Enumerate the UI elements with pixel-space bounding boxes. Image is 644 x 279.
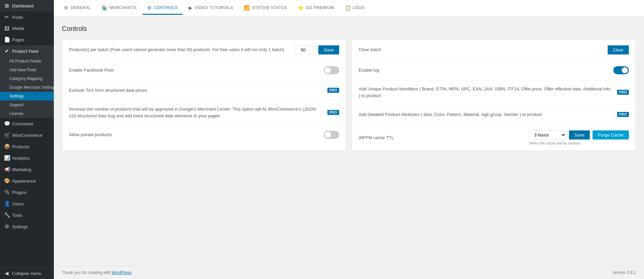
license-label: License <box>9 111 23 116</box>
private-products-slider <box>324 131 339 139</box>
tab-general-label: GENERAL <box>71 5 91 10</box>
sidebar-item-plugins[interactable]: 🔌 Plugins <box>0 187 54 198</box>
sidebar-item-users[interactable]: 👤 Users <box>0 198 54 209</box>
increase-products-pro-badge: PRO <box>327 110 339 115</box>
collapse-icon: ◀ <box>4 270 9 276</box>
cache-ttl-select[interactable]: 1 hour 2 hours 3 hours 6 hours 12 hours … <box>529 130 566 140</box>
enable-log-toggle[interactable] <box>613 66 629 74</box>
footer-text: Thank you for creating with WordPress. <box>62 270 133 275</box>
tab-video-tutorials[interactable]: ▶ VIDEO TUTORIALS <box>184 2 238 15</box>
tools-icon: 🔧 <box>4 212 9 218</box>
wordpress-link[interactable]: WordPress <box>111 270 131 275</box>
sidebar-item-appearance[interactable]: 🎨 Appearance <box>0 175 54 187</box>
tab-general[interactable]: ⚙ GENERAL <box>59 2 96 15</box>
unique-identifiers-actions: PRO <box>617 90 629 95</box>
cache-row-actions: 1 hour 2 hours 3 hours 6 hours 12 hours … <box>529 130 629 140</box>
clear-batch-text: Clear batch <box>359 46 608 53</box>
sidebar-item-all-feeds[interactable]: All Product Feeds <box>0 57 54 66</box>
media-icon: 🖼 <box>4 26 9 31</box>
sidebar-item-google-merchant[interactable]: Google Merchant Settings <box>0 83 54 92</box>
footer: Thank you for creating with WordPress. V… <box>54 266 644 279</box>
pages-icon: 📄 <box>4 37 9 43</box>
tab-bar: ⚙ GENERAL 🏪 MERCHANTS ⚙ CONTROLS ▶ VIDEO… <box>54 0 644 17</box>
main-content: ⚙ GENERAL 🏪 MERCHANTS ⚙ CONTROLS ▶ VIDEO… <box>54 0 644 279</box>
facebook-pixel-toggle[interactable] <box>324 66 339 74</box>
unique-identifiers-pro-badge: PRO <box>617 90 629 95</box>
settings-sub-label: Settings <box>9 94 24 98</box>
facebook-pixel-text: Enable Facebook Pixel <box>69 67 324 74</box>
unique-identifiers-row: Add Unique Product Identifiers ( Brand, … <box>352 80 636 104</box>
sidebar-item-support[interactable]: Support <box>0 101 54 109</box>
sidebar-item-products[interactable]: 📦 Products <box>0 141 54 152</box>
sidebar-item-marketing[interactable]: 📢 Marketing <box>0 164 54 175</box>
detailed-attributes-actions: PRO <box>617 112 629 117</box>
enable-log-row: Enable log <box>352 60 636 80</box>
system-tab-icon: 📶 <box>244 5 250 10</box>
tab-system-status[interactable]: 📶 SYSTEM STATUS <box>239 2 292 15</box>
sidebar-item-product-feed[interactable]: ✔ Product Feed <box>0 45 54 57</box>
tab-merchants-label: MERCHANTS <box>110 5 137 10</box>
sidebar-item-category-mapping[interactable]: Category Mapping <box>0 74 54 83</box>
appearance-icon: 🎨 <box>4 178 9 184</box>
sidebar-item-label: Plugins <box>12 190 27 195</box>
cache-ttl-row: WPFM cache TTL 1 hour 2 hours 3 hours 6 … <box>352 124 636 151</box>
sidebar-collapse-menu[interactable]: ◀ Collapse menu <box>0 267 54 279</box>
enable-log-actions <box>613 66 629 74</box>
sidebar-item-comments[interactable]: 💬 Comments <box>0 118 54 129</box>
merchants-tab-icon: 🏪 <box>102 5 108 10</box>
sidebar-item-label: Analytics <box>12 156 30 161</box>
tab-video-label: VIDEO TUTORIALS <box>194 5 233 10</box>
add-new-feed-label: Add New Feed <box>9 68 36 72</box>
detailed-attributes-row: Add Detailed Product Attributes ( Size, … <box>352 104 636 124</box>
posts-icon: ✏ <box>4 14 9 20</box>
facebook-pixel-actions <box>324 66 339 74</box>
cache-hint-text: When the cache will be expired. <box>529 141 581 145</box>
category-mapping-label: Category Mapping <box>9 76 42 81</box>
sidebar-item-pages[interactable]: 📄 Pages <box>0 34 54 45</box>
tab-system-label: SYSTEM STATUS <box>252 5 287 10</box>
premium-tab-icon: ⭐ <box>298 5 304 10</box>
clear-batch-button[interactable]: Clear <box>608 45 629 54</box>
unique-identifiers-text: Add Unique Product Identifiers ( Brand, … <box>359 86 617 99</box>
private-products-text: Allow private products <box>69 131 324 138</box>
left-card: Product(s) per batch (Free users cannot … <box>62 39 346 151</box>
products-per-batch-text: Product(s) per batch (Free users cannot … <box>69 46 295 53</box>
sidebar-item-analytics[interactable]: 📊 Analytics <box>0 152 54 164</box>
sidebar-item-label: Dashboard <box>12 3 34 8</box>
private-products-toggle[interactable] <box>324 131 339 139</box>
sidebar-item-settings-sub[interactable]: Settings <box>0 92 54 101</box>
sidebar: ⊞ Dashboard ✏ Posts 🖼 Media 📄 Pages ✔ Pr… <box>0 0 54 279</box>
sidebar-item-tools[interactable]: 🔧 Tools <box>0 209 54 221</box>
cache-save-button[interactable]: Save <box>569 130 590 140</box>
sidebar-item-license[interactable]: License <box>0 109 54 118</box>
save-per-batch-button[interactable]: Save <box>318 45 339 54</box>
tab-logs[interactable]: 📋 LOGS <box>340 2 369 15</box>
exclude-tax-text: Exclude TAX from structured data prices <box>69 87 327 94</box>
sidebar-item-add-new-feed[interactable]: Add New Feed <box>0 66 54 74</box>
sidebar-item-media[interactable]: 🖼 Media <box>0 23 54 34</box>
tab-go-premium[interactable]: ⭐ GO PREMIUM <box>293 2 338 15</box>
products-per-batch-input[interactable] <box>295 46 316 54</box>
facebook-pixel-slider <box>324 66 339 74</box>
enable-log-text: Enable log <box>359 67 613 74</box>
users-icon: 👤 <box>4 201 9 207</box>
tab-logs-label: LOGS <box>353 5 364 10</box>
sidebar-item-settings[interactable]: ⚙ Settings <box>0 221 54 232</box>
product-feed-icon: ✔ <box>4 48 9 54</box>
increase-products-row: Increase the number of products that wil… <box>62 100 346 124</box>
collapse-label: Collapse menu <box>12 271 41 276</box>
all-feeds-label: All Product Feeds <box>9 59 41 64</box>
tab-controls[interactable]: ⚙ CONTROLS <box>143 2 182 15</box>
purge-cache-button[interactable]: Purge Cache <box>593 130 629 140</box>
sidebar-item-label: Product Feed <box>12 49 38 54</box>
sidebar-item-dashboard[interactable]: ⊞ Dashboard <box>0 0 54 11</box>
content-area: Controls Product(s) per batch (Free user… <box>54 17 644 266</box>
tab-controls-label: CONTROLS <box>154 5 178 10</box>
cache-ttl-text: WPFM cache TTL <box>359 134 529 141</box>
sidebar-item-woocommerce[interactable]: 🛒 WooCommerce <box>0 129 54 141</box>
sidebar-item-posts[interactable]: ✏ Posts <box>0 11 54 23</box>
products-per-batch-row: Product(s) per batch (Free users cannot … <box>62 40 346 60</box>
comments-icon: 💬 <box>4 121 9 127</box>
logs-tab-icon: 📋 <box>345 5 351 10</box>
tab-merchants[interactable]: 🏪 MERCHANTS <box>97 2 141 15</box>
